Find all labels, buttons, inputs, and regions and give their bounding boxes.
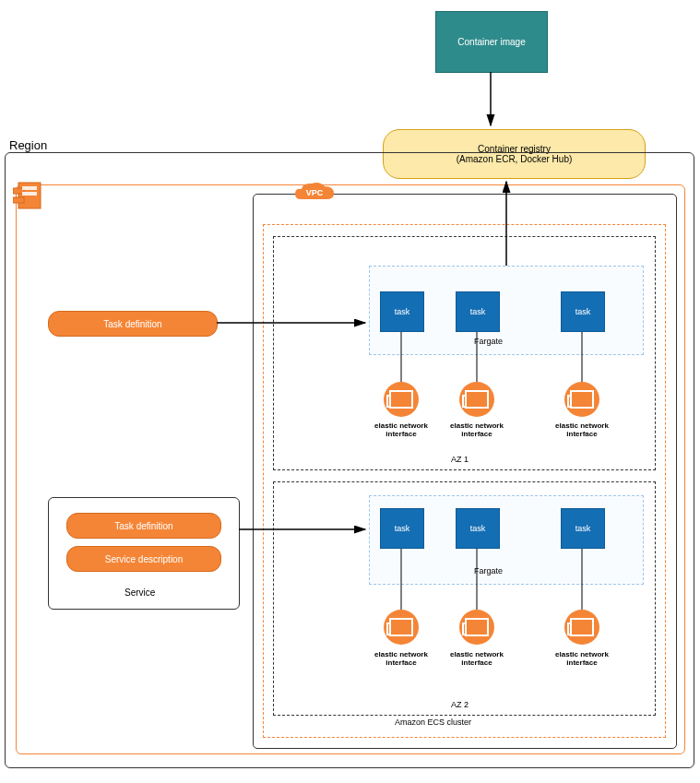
eni-label: elastic network interface bbox=[546, 650, 618, 667]
svg-text:VPC: VPC bbox=[306, 188, 324, 197]
svg-rect-2 bbox=[13, 197, 24, 203]
eni-icon bbox=[459, 610, 494, 645]
svg-rect-3 bbox=[22, 186, 37, 190]
container-image-label: Container image bbox=[457, 37, 525, 47]
task-box: task bbox=[561, 291, 605, 332]
service-label: Service bbox=[125, 587, 155, 598]
task-box: task bbox=[456, 291, 500, 332]
fargate-label-az2: Fargate bbox=[474, 566, 503, 575]
eni-label: elastic network interface bbox=[441, 421, 513, 438]
task-definition-label-2: Task definition bbox=[114, 521, 172, 531]
region-label: Region bbox=[9, 138, 47, 152]
container-image-box: Container image bbox=[435, 11, 548, 73]
eni-icon bbox=[564, 610, 599, 645]
fargate-label-az1: Fargate bbox=[474, 337, 503, 346]
az2-label: AZ 2 bbox=[451, 700, 469, 709]
task-definition-pill-1: Task definition bbox=[48, 311, 218, 337]
ecs-cluster-label: Amazon ECS cluster bbox=[395, 718, 471, 727]
task-definition-pill-2: Task definition bbox=[66, 513, 221, 539]
vpc-label-icon: VPC bbox=[293, 181, 336, 205]
eni-icon bbox=[459, 382, 494, 417]
task-box: task bbox=[380, 508, 424, 549]
eni-label: elastic network interface bbox=[546, 421, 618, 438]
eni-label: elastic network interface bbox=[365, 421, 437, 438]
service-description-label: Service description bbox=[105, 554, 183, 564]
eni-icon bbox=[564, 382, 599, 417]
task-box: task bbox=[380, 291, 424, 332]
task-box: task bbox=[561, 508, 605, 549]
svg-rect-4 bbox=[22, 192, 37, 196]
az1-label: AZ 1 bbox=[451, 455, 469, 464]
task-box: task bbox=[456, 508, 500, 549]
aws-service-icon bbox=[13, 179, 46, 212]
task-definition-label: Task definition bbox=[103, 319, 161, 329]
eni-label: elastic network interface bbox=[365, 650, 437, 667]
eni-label: elastic network interface bbox=[441, 650, 513, 667]
eni-icon bbox=[384, 610, 419, 645]
eni-icon bbox=[384, 382, 419, 417]
service-description-pill: Service description bbox=[66, 546, 221, 572]
